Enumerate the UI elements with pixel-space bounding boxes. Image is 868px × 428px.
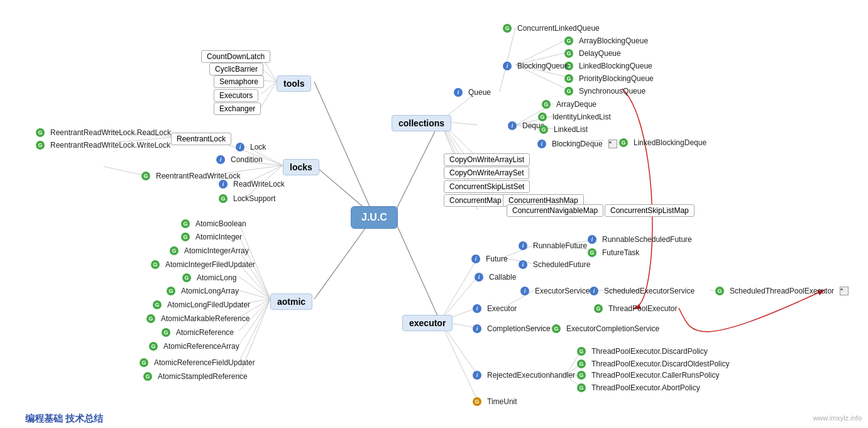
main-node: J.U.C: [351, 206, 398, 229]
readlock-node: G ReentrantReadWriteLock.ReadLock: [36, 127, 175, 138]
readlock-icon: G: [36, 128, 45, 137]
lbq-label: LinkedBlockingQueue: [575, 60, 656, 72]
cs-icon: i: [473, 324, 481, 333]
atomicreference-node: G AtomicReference: [162, 327, 238, 338]
readwritelock-label: ReadWriteLock: [229, 178, 288, 190]
ft-label: FutureTask: [598, 247, 643, 258]
tu-label: TimeUnit: [483, 396, 521, 407]
futuretask-node: G FutureTask: [588, 247, 643, 258]
ses-icon: i: [590, 287, 598, 295]
condition-node: i Condition: [216, 154, 266, 165]
bd-page-icon: ≡: [608, 140, 617, 148]
executorcompletionservice-node: G ExecutorCompletionService: [552, 323, 663, 334]
concurrentlinkedqueue-node: G ConcurrentLinkedQueue: [503, 23, 603, 34]
synchronousqueue-node: G SynchronousQueue: [564, 85, 649, 97]
atomicboolean-node: G AtomicBoolean: [181, 218, 250, 229]
readwritelock-node: i ReadWriteLock: [219, 178, 288, 190]
executor-label: executor: [402, 315, 453, 331]
atomicreferencefieldUpdater-icon: G: [140, 358, 148, 367]
collections-label: collections: [392, 115, 451, 131]
cowal-label: CopyOnWriteArrayList: [444, 153, 530, 166]
concurrentskiplistmap-node: ConcurrentSkipListMap: [605, 204, 695, 217]
cmap-label: ConcurrentMap: [444, 194, 507, 207]
tools-label: tools: [277, 75, 311, 92]
atomiclongarray-node: G AtomicLongArray: [167, 285, 243, 297]
ecs-label: ExecutorCompletionService: [563, 323, 663, 334]
executorservice-node: i ExecutorService: [520, 285, 593, 297]
atomicreferencearray-icon: G: [149, 342, 158, 351]
svg-line-4: [393, 216, 440, 321]
atomicinteger-node: G AtomicInteger: [181, 231, 246, 243]
bq-label: BlockingQueue: [514, 60, 572, 72]
crp-icon: G: [577, 371, 586, 380]
ap-icon: G: [577, 383, 586, 392]
bd-icon: i: [537, 140, 546, 148]
stpe-page-icon: ≡: [840, 287, 849, 295]
priorityblockingqueue-node: G PriorityBlockingQueue: [564, 73, 657, 84]
executor-iface-icon: i: [473, 304, 481, 313]
abq-label: ArrayBlockingQueue: [575, 35, 652, 47]
locksupport-label: LockSupport: [229, 193, 279, 204]
atomicintegerarray-icon: G: [170, 246, 179, 255]
executors-label: Executors: [214, 89, 258, 102]
sf-icon: i: [519, 260, 527, 269]
dop-label: ThreadPoolExecutor.DiscardOldestPolicy: [588, 358, 733, 370]
atomicintegerfiledupdater-node: G AtomicIntegerFiledUpdater: [151, 259, 259, 270]
discardpolicy-node: G ThreadPoolExecutor.DiscardPolicy: [577, 346, 711, 357]
atomicreferencearray-label: AtomicReferenceArray: [160, 341, 243, 352]
future-label: Future: [482, 253, 512, 265]
bd-label: BlockingDeque: [548, 138, 607, 150]
watermark: www.imxylz.info: [813, 414, 862, 422]
atomicreferencefieldUpdater-label: AtomicReferenceFieldUpdater: [150, 357, 259, 368]
sf-label: ScheduledFuture: [529, 259, 594, 270]
cslm-label: ConcurrentSkipListMap: [605, 204, 695, 217]
cowas-label: CopyOnWriteArraySet: [444, 167, 529, 179]
collections-node: collections: [392, 115, 451, 131]
atomiclongfiledupdater-icon: G: [153, 300, 162, 309]
callable-label: Callable: [485, 272, 520, 283]
reh-icon: i: [473, 371, 481, 380]
tools-node: tools: [277, 75, 311, 92]
threadpoolexecutor-node: G ThreadPoolExecutor: [594, 303, 681, 314]
svg-line-38: [500, 28, 515, 92]
locksupport-node: G LockSupport: [219, 193, 279, 204]
mindmap-container: J.U.C tools CountDownLatch CyclicBarrier…: [0, 0, 868, 428]
identitylinkedlist-node: G IdentityLinkedList: [538, 111, 615, 123]
stpe-label: ScheduledThreadPoolExecutor: [726, 285, 838, 297]
clq-icon: G: [503, 24, 512, 33]
atomicintegerfiledupdater-label: AtomicIntegerFiledUpdater: [162, 259, 259, 270]
blockingdeque-node: i BlockingDeque ≡: [537, 138, 617, 150]
dq-label: DelayQueue: [575, 48, 625, 59]
cnm-label: ConcurrentNavigableMap: [507, 204, 603, 217]
arraydeque-node: G ArrayDeque: [542, 99, 600, 110]
queue-icon: i: [454, 88, 463, 97]
arrayblockingqueue-node: G ArrayBlockingQueue: [564, 35, 652, 47]
atomicmarkablereference-node: G AtomicMarkableReference: [146, 313, 253, 324]
lbd-icon: G: [619, 138, 628, 147]
linkedblockingqueue-node: G LinkedBlockingQueue: [564, 60, 656, 72]
tu-icon: G: [473, 397, 481, 406]
future-node: i Future: [471, 253, 512, 265]
readwritelock-icon: i: [219, 180, 228, 189]
readlock-label: ReentrantReadWriteLock.ReadLock: [47, 127, 175, 138]
executor-iface-label: Executor: [483, 303, 520, 314]
svg-line-3: [393, 121, 440, 216]
tpe-label: ThreadPoolExecutor: [605, 303, 681, 314]
dop-icon: G: [577, 359, 586, 368]
semaphore-node: Semaphore: [214, 75, 264, 88]
ft-icon: G: [588, 248, 596, 257]
reentrantlock-node: ReentrantLock: [171, 133, 231, 145]
concurrentskiplistset-node: ConcurrentSkipListSet: [444, 180, 530, 193]
queue-label: Queue: [464, 87, 495, 98]
executor-node: executor: [402, 315, 453, 331]
executors-node: Executors: [214, 89, 258, 102]
ecs-icon: G: [552, 324, 561, 333]
bottom-text: 编程基础 技术总结: [25, 413, 103, 425]
juc-label: J.U.C: [351, 206, 398, 229]
completionservice-node: i CompletionService: [473, 323, 554, 334]
adeque-icon: G: [542, 100, 551, 109]
queue-node: i Queue: [454, 87, 495, 98]
atomiclongfiledupdater-label: AtomicLongFiledUpdater: [163, 299, 254, 310]
ap-label: ThreadPoolExecutor.AbortPolicy: [588, 382, 704, 393]
copyonwritearrayset-node: CopyOnWriteArraySet: [444, 167, 529, 179]
